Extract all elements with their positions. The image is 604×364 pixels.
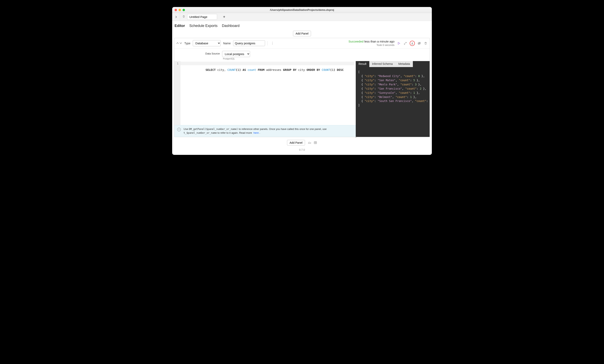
move-panel-down-icon[interactable] (180, 42, 182, 45)
data-source-select[interactable]: Local postgres (222, 51, 250, 57)
editor-area: 1 SELECT city, COUNT(1) AS count FROM ad… (174, 61, 356, 137)
name-label: Name (223, 42, 230, 45)
add-page-icon[interactable]: + (223, 15, 225, 19)
traffic-lights (175, 9, 185, 11)
info-icon: i (177, 128, 181, 131)
type-label: Type (184, 42, 190, 45)
page-tab-strip: + (172, 13, 432, 21)
info-bar: i Use DM_getPanel($panel_number_or_name)… (174, 125, 356, 137)
panel-name-input[interactable] (233, 40, 265, 46)
mode-tabs: Editor Schedule Exports Dashboard (174, 23, 430, 30)
gutter: 1 (174, 61, 180, 125)
panel-status: Succeeded less than a minute ago Took 0 … (349, 40, 394, 47)
move-panel-up-icon[interactable] (176, 42, 179, 45)
page-name-input[interactable] (187, 14, 217, 20)
download-results-icon[interactable] (410, 41, 415, 46)
hide-panel-icon[interactable] (417, 41, 421, 45)
result-tab-result[interactable]: Result (356, 61, 369, 67)
add-panel-button[interactable]: Add Panel (293, 31, 311, 36)
delete-panel-icon[interactable] (424, 41, 428, 45)
info-link[interactable]: here (253, 131, 259, 134)
add-panel-button-bottom[interactable]: Add Panel (287, 140, 305, 146)
version-label: 0.7.0 (174, 148, 430, 151)
main-content: Editor Schedule Exports Dashboard Add Pa… (172, 21, 432, 155)
result-tabs: Result Inferred Schema Metadata (356, 61, 430, 67)
status-time: less than a minute ago (364, 40, 394, 43)
window-title: /Users/philipeaton/DataStationProjects/d… (172, 8, 432, 11)
add-panel-top: Add Panel (174, 31, 430, 36)
result-tab-metadata[interactable]: Metadata (395, 61, 413, 67)
app-window: /Users/philipeaton/DataStationProjects/d… (172, 7, 432, 155)
tab-schedule-exports[interactable]: Schedule Exports (189, 24, 217, 28)
title-bar: /Users/philipeaton/DataStationProjects/d… (172, 7, 432, 13)
data-source-label: Data Source (205, 51, 220, 55)
status-duration: Took 0 seconds (349, 44, 394, 47)
panel-menu-icon[interactable]: ⋮ (270, 41, 275, 45)
result-pane: Result Inferred Schema Metadata [ { "cit… (356, 61, 430, 137)
close-window-button[interactable] (175, 9, 177, 11)
sidebar-toggle-icon[interactable] (172, 16, 180, 18)
maximize-window-button[interactable] (183, 9, 185, 11)
delete-page-icon[interactable] (182, 15, 185, 19)
minimize-window-button[interactable] (178, 9, 181, 11)
run-panel-icon[interactable] (397, 41, 401, 45)
status-word: Succeeded (349, 40, 364, 43)
separator (267, 41, 268, 46)
tab-dashboard[interactable]: Dashboard (222, 24, 239, 28)
panel-type-select[interactable]: Database (193, 40, 221, 46)
info-text: Use DM_getPanel($panel_number_or_name) t… (184, 127, 353, 135)
add-panel-bottom: Add Panel (174, 140, 430, 146)
panel-subheader: Data Source Local postgres PostgreSQL (174, 49, 430, 61)
add-graph-panel-icon[interactable] (308, 141, 311, 144)
tab-editor[interactable]: Editor (175, 24, 185, 28)
code-line[interactable]: SELECT city, COUNT(1) AS count FROM addr… (180, 61, 356, 125)
panel-header: Type Database Name ⋮ Succeeded less than… (174, 38, 430, 49)
result-tab-schema[interactable]: Inferred Schema (369, 61, 396, 67)
panel: Type Database Name ⋮ Succeeded less than… (174, 38, 430, 137)
code-editor[interactable]: 1 SELECT city, COUNT(1) AS count FROM ad… (174, 61, 356, 125)
result-body[interactable]: [ { "city": "Redwood City", "count": 8 }… (356, 67, 430, 137)
panel-header-right: Succeeded less than a minute ago Took 0 … (349, 40, 428, 47)
add-table-panel-icon[interactable] (314, 141, 317, 144)
page-tab (180, 13, 218, 21)
panel-body: 1 SELECT city, COUNT(1) AS count FROM ad… (174, 61, 430, 137)
expand-panel-icon[interactable] (403, 41, 407, 45)
data-source-type: PostgreSQL (223, 58, 250, 60)
